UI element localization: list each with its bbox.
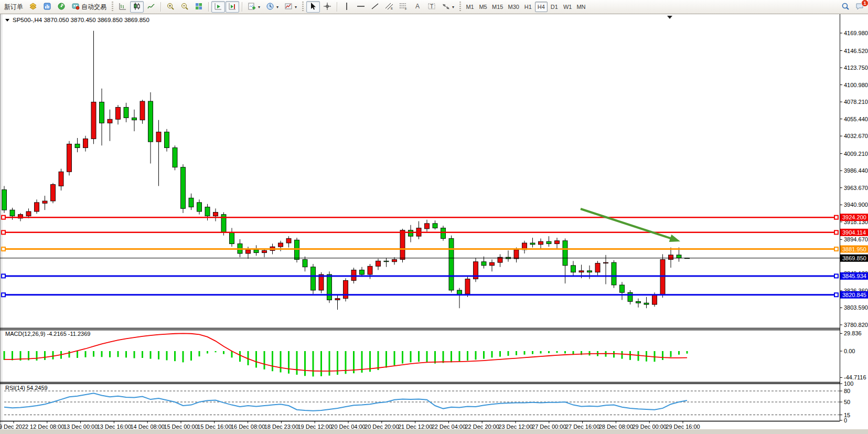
svg-text:3845.934: 3845.934 — [842, 273, 866, 279]
line-right-handle[interactable] — [834, 274, 838, 278]
auto-trading-button[interactable]: 自动交易 — [69, 1, 109, 13]
templates-button[interactable]: ▾ — [282, 1, 299, 13]
svg-text:22 Dec 04:00: 22 Dec 04:00 — [432, 424, 466, 430]
vertical-line-tool-button[interactable] — [340, 1, 353, 13]
svg-text:4055.440: 4055.440 — [844, 116, 868, 122]
svg-text:27 Dec 16:00: 27 Dec 16:00 — [565, 424, 599, 430]
template-chart-icon — [284, 2, 293, 12]
svg-text:3869.850: 3869.850 — [842, 255, 866, 261]
timeframe-M30[interactable]: M30 — [506, 2, 521, 12]
timeframe-H4[interactable]: H4 — [535, 2, 548, 12]
chart-title: SP500-,H4 3870.050 3870.450 3869.850 386… — [5, 17, 149, 23]
tile-windows-button[interactable] — [192, 1, 206, 13]
svg-text:T: T — [430, 4, 433, 9]
timeframe-M15[interactable]: M15 — [490, 2, 505, 12]
price-badge: 3845.934 — [840, 272, 868, 280]
search-button[interactable] — [839, 1, 852, 13]
line-right-handle[interactable] — [834, 216, 838, 219]
svg-text:0.00: 0.00 — [844, 348, 855, 354]
notifications-button[interactable]: 1 — [853, 1, 866, 13]
svg-text:100: 100 — [844, 380, 853, 387]
auto-trading-icon — [71, 2, 80, 12]
auto-trading-label: 自动交易 — [81, 3, 106, 12]
candlestick-chart-button[interactable] — [130, 1, 144, 13]
line-left-handle[interactable] — [2, 230, 5, 234]
timeframe-M5[interactable]: M5 — [477, 2, 489, 12]
svg-text:80: 80 — [844, 388, 850, 394]
line-chart-button[interactable] — [144, 1, 158, 13]
svg-text:20 Dec 20:00: 20 Dec 20:00 — [365, 424, 399, 430]
search-icon — [841, 2, 850, 12]
timeframe-M1[interactable]: M1 — [464, 2, 476, 12]
chart-shift-icon — [228, 2, 237, 12]
market-watch-button[interactable] — [40, 1, 54, 13]
zoom-in-button[interactable] — [164, 1, 177, 13]
channel-tool-button[interactable]: E — [382, 1, 396, 13]
vertical-line-icon — [342, 2, 351, 12]
toolbar-separator — [242, 2, 242, 12]
timeframe-W1[interactable]: W1 — [561, 2, 574, 12]
svg-text:3904.114: 3904.114 — [842, 229, 866, 236]
timeframe-group: M1M5M15M30H1H4D1W1MN — [464, 2, 587, 12]
text-label-tool-button[interactable]: T — [425, 1, 438, 13]
new-order-button[interactable]: 新订单 — [2, 1, 26, 13]
periods-button[interactable]: ▾ — [263, 1, 281, 13]
timeframe-H1[interactable]: H1 — [522, 2, 534, 12]
svg-text:4009.210: 4009.210 — [844, 151, 868, 157]
toolbar-separator — [337, 2, 337, 12]
chart-background — [0, 14, 868, 429]
line-left-handle[interactable] — [2, 247, 5, 251]
price-badge: 3869.850 — [840, 255, 868, 262]
svg-text:-44.7116: -44.7116 — [844, 374, 866, 380]
strategy-tester-button[interactable] — [55, 1, 68, 13]
timeframe-MN[interactable]: MN — [574, 2, 587, 12]
fibonacci-tool-button[interactable]: F — [397, 1, 410, 13]
notification-count-badge: 1 — [861, 0, 868, 7]
price-badge: 3820.845 — [840, 291, 868, 299]
bar-chart-button[interactable] — [116, 1, 130, 13]
timeframe-D1[interactable]: D1 — [548, 2, 561, 12]
line-left-handle[interactable] — [2, 216, 5, 219]
line-right-handle[interactable] — [834, 293, 838, 297]
candlestick-icon — [133, 2, 141, 12]
tile-windows-icon — [195, 2, 203, 12]
chart-window-icon — [43, 2, 51, 12]
layers-button[interactable] — [26, 1, 40, 13]
crosshair-icon — [323, 2, 331, 12]
svg-text:16 Dec 08:00: 16 Dec 08:00 — [231, 424, 265, 430]
svg-text:18 Dec 23:00: 18 Dec 23:00 — [264, 424, 298, 430]
text-tool-button[interactable]: A — [411, 1, 424, 13]
chevron-down-icon: ▾ — [295, 5, 297, 9]
arrows-tool-button[interactable]: ▾ — [439, 1, 457, 13]
svg-text:23 Dec 12:00: 23 Dec 12:00 — [498, 424, 532, 430]
line-chart-icon — [147, 2, 155, 12]
line-right-handle[interactable] — [834, 247, 838, 251]
line-left-handle[interactable] — [2, 274, 5, 278]
chevron-down-icon: ▾ — [276, 5, 278, 9]
trendline-icon — [371, 2, 379, 12]
chart-canvas[interactable]: 4169.9804146.5204123.7504100.9804078.210… — [0, 0, 868, 434]
cursor-button[interactable] — [306, 1, 320, 13]
toolbar-separator — [160, 2, 161, 12]
auto-scroll-button[interactable] — [211, 1, 225, 13]
horizontal-line-tool-button[interactable] — [354, 1, 368, 13]
main-toolbar: 新订单 自动交易 — [0, 0, 868, 14]
fibonacci-icon: F — [399, 2, 408, 12]
trendline-tool-button[interactable] — [368, 1, 382, 13]
line-right-handle[interactable] — [834, 230, 838, 234]
layers-icon — [29, 2, 37, 12]
chart-shift-button[interactable] — [226, 1, 239, 13]
svg-text:3881.950: 3881.950 — [842, 246, 866, 252]
new-chart-button[interactable]: ▾ — [245, 1, 263, 13]
zoom-out-button[interactable] — [178, 1, 191, 13]
svg-text:27 Dec 00:00: 27 Dec 00:00 — [532, 424, 566, 430]
svg-text:3780.820: 3780.820 — [844, 322, 868, 328]
chevron-down-icon: ▾ — [258, 5, 260, 9]
line-left-handle[interactable] — [2, 293, 5, 297]
crosshair-button[interactable] — [320, 1, 334, 13]
price-badge: 3881.950 — [840, 246, 868, 253]
svg-text:14 Dec 08:00: 14 Dec 08:00 — [130, 424, 164, 430]
bar-chart-icon — [119, 2, 127, 12]
price-badge: 3924.200 — [840, 214, 868, 221]
svg-text:19 Dec 12:00: 19 Dec 12:00 — [297, 424, 331, 430]
